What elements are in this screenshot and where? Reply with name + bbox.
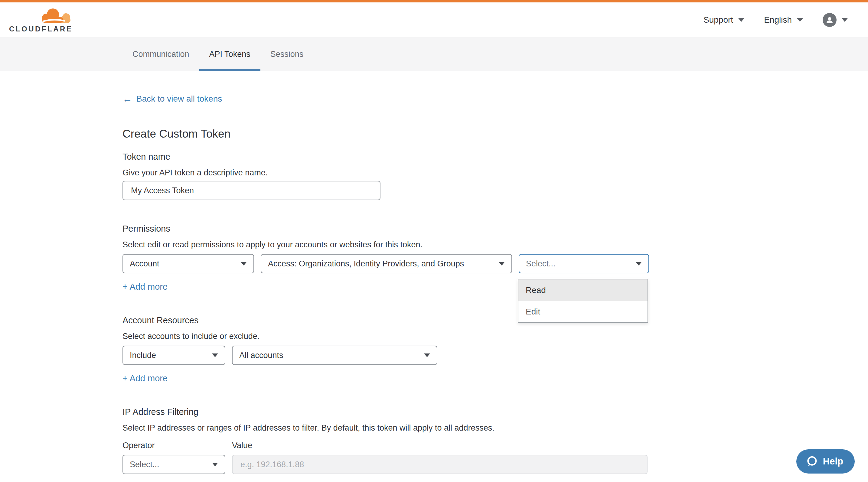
ip-value-input[interactable] bbox=[232, 455, 648, 474]
ip-filtering-labels: Operator Value bbox=[123, 441, 868, 450]
permissions-section: Permissions Select edit or read permissi… bbox=[123, 223, 868, 292]
permission-level-select[interactable]: Select... bbox=[519, 254, 649, 274]
help-chat-icon bbox=[805, 455, 818, 468]
help-button[interactable]: Help bbox=[796, 449, 855, 474]
user-avatar-icon bbox=[823, 13, 837, 27]
token-name-description: Give your API token a descriptive name. bbox=[123, 167, 868, 178]
permission-resource-value: Access: Organizations, Identity Provider… bbox=[268, 259, 464, 268]
page-title: Create Custom Token bbox=[123, 127, 868, 141]
top-accent-bar bbox=[0, 0, 868, 2]
permission-level-placeholder: Select... bbox=[526, 259, 556, 268]
operator-label: Operator bbox=[123, 441, 232, 450]
language-menu[interactable]: English bbox=[764, 15, 803, 25]
permission-level-dropdown-menu: Read Edit bbox=[518, 279, 648, 323]
value-label: Value bbox=[232, 441, 252, 450]
chevron-down-icon bbox=[241, 262, 247, 265]
account-menu[interactable] bbox=[823, 13, 848, 27]
ip-filtering-heading: IP Address Filtering bbox=[123, 407, 868, 417]
account-resources-heading: Account Resources bbox=[123, 315, 868, 326]
token-name-input[interactable] bbox=[123, 181, 380, 200]
header-actions: Support English bbox=[704, 13, 848, 27]
chevron-down-icon bbox=[212, 353, 218, 357]
account-resources-row: Include All accounts bbox=[123, 346, 868, 365]
account-resources-section: Account Resources Select accounts to inc… bbox=[123, 315, 868, 383]
ip-filtering-row: Select... bbox=[123, 455, 868, 474]
tab-sessions[interactable]: Sessions bbox=[260, 37, 314, 71]
permission-scope-select[interactable]: Account bbox=[123, 254, 254, 274]
support-menu-label: Support bbox=[704, 15, 733, 25]
permissions-add-more-link[interactable]: + Add more bbox=[123, 282, 167, 292]
permission-scope-value: Account bbox=[130, 259, 159, 268]
account-resources-description: Select accounts to include or exclude. bbox=[123, 331, 868, 342]
chevron-down-icon bbox=[636, 262, 642, 265]
main-content: ← Back to view all tokens Create Custom … bbox=[0, 71, 868, 474]
token-name-section: Token name Give your API token a descrip… bbox=[123, 151, 868, 200]
tab-communication[interactable]: Communication bbox=[123, 37, 199, 71]
chevron-down-icon bbox=[738, 18, 745, 22]
permission-resource-select[interactable]: Access: Organizations, Identity Provider… bbox=[261, 254, 512, 274]
accounts-select[interactable]: All accounts bbox=[232, 346, 437, 365]
chevron-down-icon bbox=[499, 262, 505, 265]
permissions-heading: Permissions bbox=[123, 223, 868, 234]
ip-operator-select[interactable]: Select... bbox=[123, 455, 225, 474]
permissions-description: Select edit or read permissions to apply… bbox=[123, 239, 868, 250]
cloudflare-logo[interactable]: CLOUDFLARE bbox=[9, 7, 73, 33]
help-button-label: Help bbox=[823, 456, 843, 467]
include-exclude-select[interactable]: Include bbox=[123, 346, 225, 365]
ip-filtering-description: Select IP addresses or ranges of IP addr… bbox=[123, 423, 868, 433]
chevron-down-icon bbox=[797, 18, 803, 22]
include-exclude-value: Include bbox=[130, 351, 156, 360]
cloudflare-logo-text: CLOUDFLARE bbox=[9, 25, 73, 33]
language-menu-label: English bbox=[764, 15, 792, 25]
permissions-row: Account Access: Organizations, Identity … bbox=[123, 254, 868, 274]
ip-operator-placeholder: Select... bbox=[130, 460, 159, 469]
chevron-down-icon bbox=[424, 353, 430, 357]
permissions-row-wrap: Account Access: Organizations, Identity … bbox=[123, 254, 868, 274]
header: CLOUDFLARE Support English bbox=[0, 2, 868, 37]
accounts-select-value: All accounts bbox=[239, 351, 283, 360]
support-menu[interactable]: Support bbox=[704, 15, 745, 25]
profile-tabbar: Communication API Tokens Sessions bbox=[0, 37, 868, 71]
cloudflare-cloud-icon bbox=[9, 7, 73, 24]
tab-api-tokens[interactable]: API Tokens bbox=[199, 37, 260, 71]
back-to-tokens-link[interactable]: ← Back to view all tokens bbox=[123, 94, 222, 104]
ip-filtering-section: IP Address Filtering Select IP addresses… bbox=[123, 407, 868, 474]
dropdown-option-edit[interactable]: Edit bbox=[518, 301, 648, 322]
token-name-heading: Token name bbox=[123, 151, 868, 162]
back-arrow-icon: ← bbox=[123, 94, 132, 104]
account-resources-add-more-link[interactable]: + Add more bbox=[123, 374, 167, 383]
dropdown-option-read[interactable]: Read bbox=[518, 280, 648, 301]
chevron-down-icon bbox=[841, 18, 848, 22]
chevron-down-icon bbox=[212, 463, 218, 466]
back-link-label: Back to view all tokens bbox=[136, 94, 222, 104]
